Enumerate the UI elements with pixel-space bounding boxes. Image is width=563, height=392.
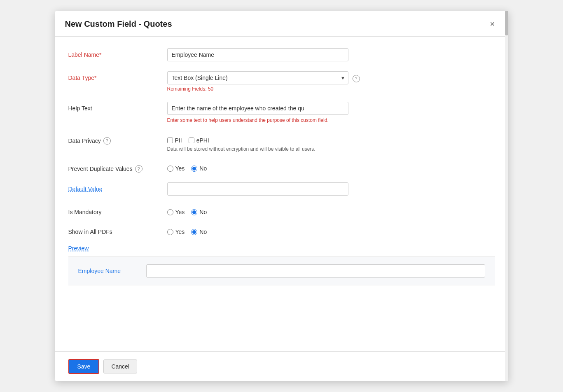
help-text-input[interactable] (167, 102, 348, 115)
remaining-fields: Remaining Fields: 50 (167, 86, 348, 92)
data-type-help-icon[interactable]: ? (353, 75, 360, 82)
data-privacy-label: Data Privacy ? (68, 134, 167, 145)
modal-title: New Custom Field - Quotes (65, 19, 172, 29)
pii-checkbox-label[interactable]: PII (167, 137, 182, 144)
prevent-duplicate-yes-label[interactable]: Yes (167, 165, 185, 172)
cancel-button[interactable]: Cancel (103, 359, 137, 373)
show-in-pdfs-no-label[interactable]: No (191, 229, 207, 235)
help-text-hint: Enter some text to help users understand… (167, 117, 348, 124)
modal-body: Label Name* Data Type* Text Box (Single … (55, 37, 508, 351)
preview-box: Employee Name (68, 257, 495, 285)
ephi-checkbox-label[interactable]: ePHI (189, 137, 209, 144)
is-mandatory-row: Is Mandatory Yes No (68, 205, 495, 215)
data-privacy-checkboxes: PII ePHI (167, 134, 348, 144)
preview-field-input (146, 264, 485, 278)
prevent-duplicate-yes-radio[interactable] (167, 166, 173, 172)
data-type-select-wrap: Text Box (Single Line) Text Box (Multi L… (167, 71, 348, 92)
preview-field-label: Employee Name (78, 268, 147, 274)
label-name-input[interactable] (167, 48, 348, 61)
privacy-note: Data will be stored without encryption a… (167, 146, 348, 152)
show-in-pdfs-control: Yes No (167, 225, 348, 235)
show-in-pdfs-yes-radio[interactable] (167, 229, 173, 235)
data-type-select[interactable]: Text Box (Single Line) Text Box (Multi L… (167, 71, 348, 84)
prevent-duplicate-control: Yes No (167, 162, 348, 172)
close-button[interactable]: × (487, 18, 498, 30)
modal-container: New Custom Field - Quotes × Label Name* … (55, 11, 508, 381)
is-mandatory-control: Yes No (167, 205, 348, 215)
is-mandatory-no-radio[interactable] (191, 209, 197, 215)
preview-section: Preview Employee Name (68, 245, 495, 285)
help-text-control: Enter some text to help users understand… (167, 102, 348, 124)
data-privacy-control: PII ePHI Data will be stored without enc… (167, 134, 348, 152)
help-text-label: Help Text (68, 102, 167, 112)
data-privacy-row: Data Privacy ? PII ePHI Data will be sto… (68, 134, 495, 152)
save-button[interactable]: Save (68, 359, 100, 374)
prevent-duplicate-row: Prevent Duplicate Values ? Yes No (68, 162, 495, 173)
label-name-control (167, 48, 348, 61)
prevent-duplicate-label: Prevent Duplicate Values ? (68, 162, 167, 173)
modal-header: New Custom Field - Quotes × (55, 11, 508, 37)
is-mandatory-radios: Yes No (167, 205, 348, 215)
prevent-duplicate-no-label[interactable]: No (191, 165, 207, 172)
show-in-pdfs-label: Show in All PDFs (68, 225, 167, 235)
modal-footer: Save Cancel (55, 351, 508, 381)
label-name-label: Label Name* (68, 48, 167, 58)
show-in-pdfs-yes-label[interactable]: Yes (167, 229, 185, 235)
prevent-duplicate-radios: Yes No (167, 162, 348, 172)
is-mandatory-yes-label[interactable]: Yes (167, 209, 185, 215)
pii-checkbox[interactable] (167, 138, 173, 143)
data-type-row: Data Type* Text Box (Single Line) Text B… (68, 71, 495, 92)
default-value-label: Default Value (68, 182, 167, 192)
scrollbar-thumb[interactable] (505, 11, 508, 35)
prevent-duplicate-no-radio[interactable] (191, 166, 197, 172)
data-type-label: Data Type* (68, 71, 167, 81)
help-text-row: Help Text Enter some text to help users … (68, 102, 495, 124)
default-value-row: Default Value (68, 182, 495, 196)
show-in-pdfs-no-radio[interactable] (191, 229, 197, 235)
preview-label: Preview (68, 245, 89, 252)
label-name-row: Label Name* (68, 48, 495, 61)
default-value-control (167, 182, 348, 196)
show-in-pdfs-row: Show in All PDFs Yes No (68, 225, 495, 235)
default-value-input[interactable] (167, 182, 348, 196)
data-type-controls: Text Box (Single Line) Text Box (Multi L… (167, 71, 495, 92)
is-mandatory-yes-radio[interactable] (167, 209, 173, 215)
data-type-select-container: Text Box (Single Line) Text Box (Multi L… (167, 71, 348, 84)
is-mandatory-no-label[interactable]: No (191, 209, 207, 215)
ephi-checkbox[interactable] (189, 138, 194, 143)
is-mandatory-label: Is Mandatory (68, 205, 167, 215)
show-in-pdfs-radios: Yes No (167, 225, 348, 235)
data-privacy-help-icon[interactable]: ? (103, 137, 111, 145)
prevent-duplicate-help-icon[interactable]: ? (135, 165, 143, 173)
scrollbar-track[interactable] (505, 11, 508, 381)
